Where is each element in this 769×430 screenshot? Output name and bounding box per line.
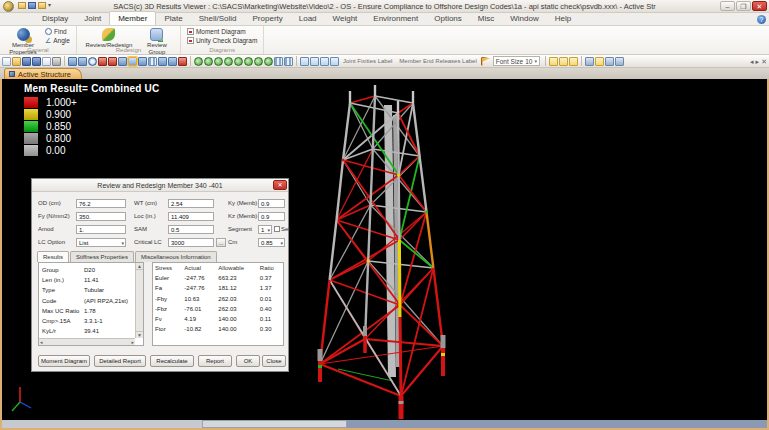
- lc-option-select[interactable]: List: [76, 238, 126, 247]
- rotate-orbit-icon[interactable]: [88, 57, 97, 66]
- scroll-left-icon[interactable]: ◂: [40, 339, 43, 345]
- detailed-report-button[interactable]: Detailed Report: [94, 355, 146, 367]
- menu-tab-shellsolid[interactable]: Shell/Solid: [191, 12, 245, 25]
- redo-icon[interactable]: [168, 57, 177, 66]
- fy-field[interactable]: 350.: [76, 212, 126, 221]
- new-file-icon[interactable]: [2, 57, 11, 66]
- member-label-toggle-icon[interactable]: [310, 57, 319, 66]
- view-rotate-icon-5[interactable]: [234, 57, 243, 66]
- menu-tab-member[interactable]: Member: [109, 11, 156, 25]
- joint-fixities-label[interactable]: Joint Fixities Label: [343, 58, 392, 64]
- open-file-icon[interactable]: [18, 2, 26, 9]
- line-annotation-icon[interactable]: [559, 57, 568, 66]
- undo-view-icon[interactable]: [98, 57, 107, 66]
- open-folder-icon[interactable]: [38, 2, 46, 9]
- zoom-window-icon[interactable]: [78, 57, 87, 66]
- unity-check-diagram-button[interactable]: Unity Check Diagram: [187, 37, 257, 44]
- menu-tab-plate[interactable]: Plate: [156, 12, 190, 25]
- select-mode-icon[interactable]: [68, 57, 77, 66]
- close-button[interactable]: ✕: [752, 1, 767, 11]
- joint-label-toggle-icon[interactable]: [300, 57, 309, 66]
- horizontal-scrollbar[interactable]: [0, 420, 769, 430]
- table-view-icon[interactable]: [274, 57, 283, 66]
- close-tab-icon[interactable]: ✕: [761, 57, 767, 66]
- measure-icon[interactable]: [585, 57, 594, 66]
- report-button[interactable]: Report: [198, 355, 232, 367]
- paint-icon[interactable]: [605, 57, 614, 66]
- fixity-toggle-icon[interactable]: [320, 57, 329, 66]
- segment-select[interactable]: 1: [258, 225, 272, 234]
- model-viewport[interactable]: Mem Result= Combined UC 1.000+ 0.900 0.8…: [0, 79, 769, 420]
- view-rotate-icon-4[interactable]: [224, 57, 233, 66]
- od-field[interactable]: 76.2: [76, 199, 126, 208]
- font-size-control[interactable]: Font Size 10 ▾: [493, 56, 540, 66]
- print-icon[interactable]: [52, 57, 61, 66]
- pick-member-icon[interactable]: [128, 57, 137, 66]
- copy-view-icon[interactable]: [42, 57, 51, 66]
- save-all-icon[interactable]: [32, 57, 41, 66]
- moment-diagram-button[interactable]: Moment Diagram: [187, 28, 257, 35]
- tab-stiffness-properties[interactable]: Stiffness Properties: [70, 251, 134, 262]
- critical-lc-field[interactable]: 3000: [168, 238, 214, 247]
- font-size-dropdown-icon[interactable]: ▾: [534, 58, 537, 64]
- ky-field[interactable]: 0.9: [258, 199, 285, 208]
- scroll-right-icon[interactable]: ▸: [131, 339, 134, 345]
- restore-button[interactable]: ❐: [736, 1, 751, 11]
- ellipse-annotation-icon[interactable]: [549, 57, 558, 66]
- amod-field[interactable]: 1.: [76, 225, 126, 234]
- help-icon[interactable]: ?: [757, 15, 766, 24]
- properties-vertical-scrollbar[interactable]: ▲ ▼: [135, 263, 143, 338]
- view-rotate-icon-6[interactable]: [244, 57, 253, 66]
- angle-measure-icon[interactable]: [595, 57, 604, 66]
- tab-results[interactable]: Results: [37, 251, 69, 262]
- fit-view-icon[interactable]: [138, 57, 147, 66]
- tab-miscellaneous-information[interactable]: Miscellaneous Information: [135, 251, 217, 262]
- menu-tab-weight[interactable]: Weight: [325, 12, 366, 25]
- recalculate-button[interactable]: Recalculate: [150, 355, 194, 367]
- menu-tab-display[interactable]: Display: [34, 12, 76, 25]
- view-rotate-icon-3[interactable]: [214, 57, 223, 66]
- angle-button[interactable]: ∠ Angle: [45, 37, 70, 44]
- open-icon[interactable]: [12, 57, 21, 66]
- structure-3d-view[interactable]: [298, 79, 528, 420]
- pan-icon[interactable]: [118, 57, 127, 66]
- report-table-icon[interactable]: [284, 57, 293, 66]
- globe-icon[interactable]: [615, 57, 624, 66]
- wt-field[interactable]: 2.54: [168, 199, 214, 208]
- scrollbar-track-right[interactable]: [347, 420, 767, 428]
- save-icon[interactable]: [22, 57, 31, 66]
- set-checkbox[interactable]: [274, 226, 280, 232]
- menu-tab-options[interactable]: Options: [426, 12, 470, 25]
- menu-tab-environment[interactable]: Environment: [365, 12, 426, 25]
- view-rotate-icon-2[interactable]: [204, 57, 213, 66]
- view-rotate-icon-7[interactable]: [254, 57, 263, 66]
- view-rotate-icon-8[interactable]: [264, 57, 273, 66]
- flag-icon[interactable]: [481, 57, 490, 66]
- sam-field[interactable]: 0.5: [168, 225, 214, 234]
- scrollbar-thumb[interactable]: [202, 420, 347, 428]
- next-tab-icon[interactable]: ▸: [756, 57, 760, 66]
- loc-field[interactable]: 11.409: [168, 212, 214, 221]
- ok-button[interactable]: OK: [236, 355, 260, 367]
- menu-tab-joint[interactable]: Joint: [76, 12, 109, 25]
- view-rotate-icon-1[interactable]: [194, 57, 203, 66]
- scroll-down-icon[interactable]: ▼: [136, 331, 143, 338]
- scrollbar-track-left[interactable]: [2, 420, 202, 428]
- member-end-releases-label[interactable]: Member End Releases Label: [399, 58, 476, 64]
- grid-view-icon[interactable]: [148, 57, 157, 66]
- undo-icon[interactable]: [158, 57, 167, 66]
- cm-select[interactable]: 0.85: [258, 238, 285, 247]
- minimize-button[interactable]: –: [720, 1, 735, 11]
- dialog-title-bar[interactable]: Review and Redesign Member 340 -401 ✕: [32, 179, 288, 192]
- find-button[interactable]: Find: [45, 28, 70, 35]
- critical-lc-browse-button[interactable]: ...: [216, 238, 226, 247]
- prev-tab-icon[interactable]: ◂: [750, 57, 754, 66]
- rect-annotation-icon[interactable]: [569, 57, 578, 66]
- kz-field[interactable]: 0.9: [258, 212, 285, 221]
- scroll-up-icon[interactable]: ▲: [136, 263, 143, 270]
- tab-active-structure[interactable]: Active Structure: [4, 68, 82, 79]
- menu-tab-window[interactable]: Window: [502, 12, 546, 25]
- moment-diagram-dialog-button[interactable]: Moment Diagram: [38, 355, 90, 367]
- close-dialog-button[interactable]: Close: [262, 355, 286, 367]
- redo-view-icon[interactable]: [108, 57, 117, 66]
